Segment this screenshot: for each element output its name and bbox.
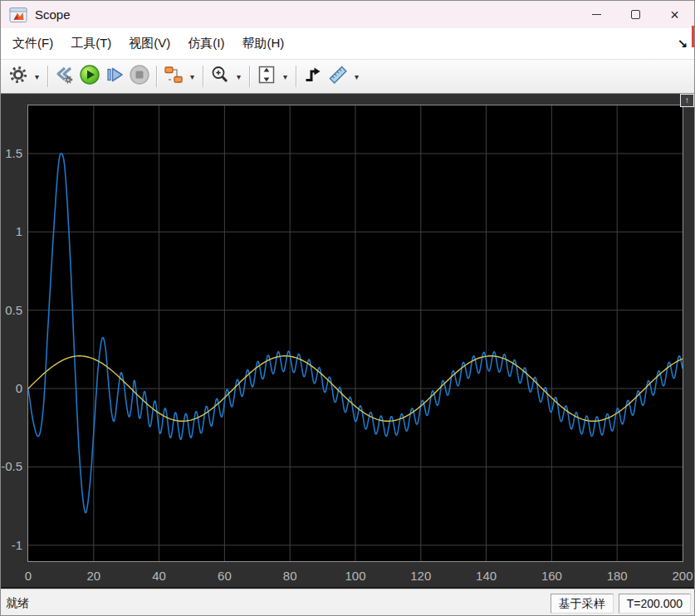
toolbar-separator — [47, 66, 48, 87]
toolbar-separator — [203, 66, 203, 87]
scope-app-icon — [9, 7, 27, 23]
plot-svg — [28, 105, 683, 561]
run-button[interactable] — [77, 64, 102, 89]
x-tick-label: 80 — [272, 569, 308, 584]
step-forward-button[interactable] — [102, 64, 127, 89]
measurements-button[interactable] — [325, 64, 350, 89]
red-edge-artifact — [692, 26, 694, 47]
fit-to-view-button[interactable] — [254, 64, 279, 89]
y-tick-label: 1.5 — [1, 146, 22, 161]
status-bar: 就绪 基于采样 T=200.000 — [1, 589, 694, 616]
maximize-icon — [631, 10, 640, 19]
menu-item-simulation[interactable]: 仿真(I) — [179, 31, 232, 56]
axes-panel: -1-0.500.511.5 0204060801001201401601802… — [1, 94, 694, 589]
zoom-button[interactable] — [208, 64, 232, 89]
grid-lines — [28, 105, 683, 561]
stop-button[interactable] — [127, 64, 152, 89]
menu-item-tools[interactable]: 工具(T) — [62, 31, 120, 56]
minimize-icon — [592, 14, 601, 16]
sim-time-panel: T=200.000 — [619, 594, 691, 614]
step-back-button[interactable] — [52, 64, 77, 89]
menu-item-file[interactable]: 文件(F) — [4, 31, 61, 56]
x-tick-label: 160 — [533, 569, 570, 584]
menu-item-view[interactable]: 视图(V) — [120, 31, 179, 56]
menu-item-help[interactable]: 帮助(H) — [233, 31, 292, 56]
fit-to-view-dropdown[interactable]: ▾ — [279, 64, 291, 89]
plot-area[interactable] — [27, 105, 683, 562]
y-tick-label: 1 — [1, 224, 22, 239]
x-tick-label: 40 — [141, 569, 178, 584]
up-arrow-icon: ↑ — [685, 95, 689, 105]
measurements-dropdown[interactable]: ▾ — [350, 64, 363, 89]
close-icon: × — [670, 7, 679, 22]
close-button[interactable]: × — [655, 1, 694, 28]
zoom-magnifier-icon — [210, 65, 230, 88]
toolbar: ▾ — [1, 59, 694, 94]
status-text: 就绪 — [6, 596, 29, 611]
x-tick-label: 0 — [10, 569, 46, 584]
trigger-icon — [303, 65, 323, 88]
x-tick-label: 100 — [337, 569, 374, 584]
y-tick-label: -0.5 — [1, 459, 22, 474]
menu-bar: 文件(F)工具(T)视图(V)仿真(I)帮助(H) ↘ — [1, 28, 694, 59]
status-panels: 基于采样 T=200.000 — [551, 594, 691, 614]
x-tick-label: 20 — [76, 569, 112, 584]
x-tick-label: 60 — [206, 569, 242, 584]
maximize-axes-button[interactable]: ↑ — [680, 94, 694, 107]
toolbar-separator — [249, 66, 250, 87]
zoom-dropdown[interactable]: ▾ — [232, 64, 245, 89]
step-back-icon — [55, 65, 75, 88]
minimize-button[interactable] — [577, 1, 616, 28]
x-tick-label: 180 — [599, 569, 635, 584]
maximize-button[interactable] — [616, 1, 655, 28]
signal-selector-button[interactable] — [161, 64, 186, 89]
run-play-icon — [79, 64, 100, 89]
trigger-button[interactable] — [301, 64, 325, 89]
window-controls: × — [577, 1, 694, 28]
ruler-icon — [327, 64, 349, 89]
sample-mode-panel: 基于采样 — [551, 594, 614, 614]
title-bar: Scope × — [1, 1, 694, 28]
toolbar-separator — [156, 66, 157, 87]
settings-button[interactable] — [6, 64, 31, 89]
dock-arrow-icon[interactable]: ↘ — [677, 37, 688, 51]
step-forward-icon — [105, 65, 125, 88]
x-tick-label: 140 — [468, 569, 505, 584]
settings-dropdown[interactable]: ▾ — [31, 64, 43, 89]
x-tick-label: 120 — [403, 569, 439, 584]
x-tick-label: 200 — [664, 569, 695, 584]
y-tick-label: -1 — [1, 538, 22, 553]
y-tick-label: 0.5 — [1, 303, 22, 318]
gear-icon — [8, 65, 28, 88]
toolbar-separator — [296, 66, 296, 87]
stop-icon — [129, 64, 150, 89]
scope-window: Scope × 文件(F)工具(T)视图(V)仿真(I)帮助(H) ↘ ▾ — [0, 0, 695, 616]
fit-to-view-icon — [257, 65, 277, 88]
signal-selector-dropdown[interactable]: ▾ — [186, 64, 198, 89]
y-tick-label: 0 — [1, 381, 22, 396]
simulink-blocks-icon — [164, 65, 184, 88]
window-title: Scope — [35, 7, 71, 22]
